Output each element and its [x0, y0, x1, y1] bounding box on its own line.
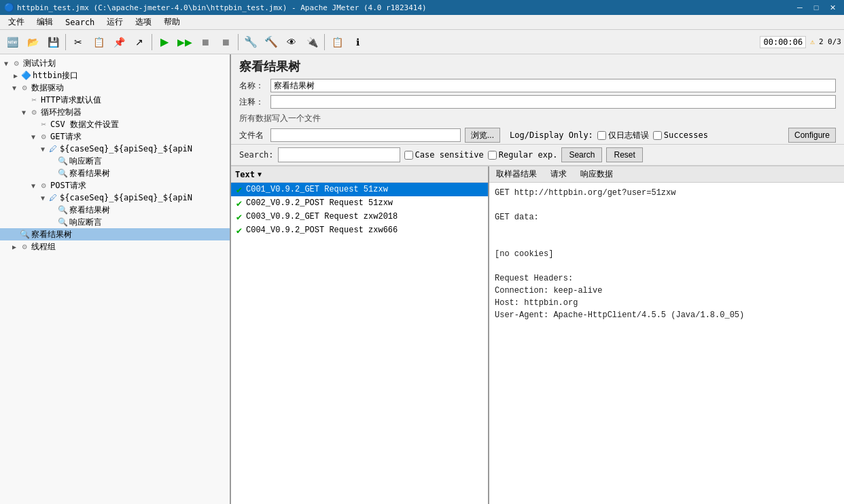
status-icon-4: ✔ — [234, 225, 245, 236]
stop-button[interactable]: ⏹ — [196, 33, 215, 52]
cut-button[interactable]: ✂ — [69, 33, 88, 52]
icon-threadgroup: ⚙ — [19, 241, 30, 252]
menu-bar: 文件 编辑 Search 运行 选项 帮助 — [0, 15, 844, 30]
regexp-text: Regular exp. — [499, 150, 558, 160]
label-caseseq1: ${caseSeq}_${apiSeq}_${apiN — [58, 144, 192, 154]
save-button[interactable]: 💾 — [43, 33, 63, 52]
expander-threadgroup[interactable]: ▶ — [10, 242, 19, 251]
minimize-button[interactable]: ─ — [792, 1, 807, 14]
case-sensitive-label[interactable]: Case sensitive — [404, 150, 484, 160]
tree-node-viewtree1[interactable]: ▶ 🔍 察看结果树 — [0, 167, 230, 179]
results-list-panel: Text ▼ ✔ C001_V0.9.2_GET Request 51zxw ✔… — [231, 166, 489, 504]
template-button[interactable]: 🔨 — [262, 33, 281, 52]
comment-label: 注释： — [239, 96, 266, 108]
tree-node-caseseq2[interactable]: ▼ 🖊 ${caseSeq}_${apiSeq}_${apiN — [0, 192, 230, 204]
tree-node-loop[interactable]: ▼ ⚙ 循环控制器 — [0, 106, 230, 118]
status-icon-1: ✔ — [234, 184, 245, 195]
open-button[interactable]: 📂 — [23, 33, 42, 52]
remote-stop-button[interactable]: 🔌 — [302, 33, 321, 52]
title-text: httpbin_test.jmx (C:\apache-jmeter-4.0\b… — [17, 3, 427, 12]
start-nopause-button[interactable]: ▶▶ — [175, 33, 194, 52]
maximize-button[interactable]: □ — [809, 1, 824, 14]
regexp-label[interactable]: Regular exp. — [488, 150, 558, 160]
expander-caseseq2[interactable]: ▼ — [38, 193, 48, 202]
tree-node-viewtreemain[interactable]: ▶ 🔍 察看结果树 — [0, 204, 230, 216]
successes-checkbox[interactable] — [653, 131, 662, 140]
browse-button[interactable]: 浏览... — [465, 128, 500, 143]
tree-node-httbin[interactable]: ▶ 🔷 httbin接口 — [0, 69, 230, 82]
new-button[interactable]: 🆕 — [3, 33, 22, 52]
search-label: Search: — [239, 150, 274, 160]
app-icon: 🔵 — [4, 3, 14, 12]
result-item-4[interactable]: ✔ C004_V0.9.2_POST Request zxw666 — [231, 223, 488, 237]
start-button[interactable]: ▶ — [155, 33, 174, 52]
regexp-checkbox[interactable] — [488, 151, 497, 160]
info-button[interactable]: ℹ — [348, 33, 367, 52]
tree-node-caseseq1[interactable]: ▼ 🖊 ${caseSeq}_${apiSeq}_${apiN — [0, 143, 230, 155]
error-only-checkbox[interactable] — [597, 131, 606, 140]
menu-search[interactable]: Search — [60, 16, 100, 29]
expander-getreq[interactable]: ▼ — [29, 132, 38, 141]
menu-options[interactable]: 选项 — [130, 16, 157, 29]
tree-node-threadgroup[interactable]: ▶ ⚙ 线程组 — [0, 240, 230, 253]
icon-loop: ⚙ — [29, 107, 39, 118]
result-label-4: C004_V0.9.2_POST Request zxw666 — [246, 226, 398, 235]
expander-datadriven[interactable]: ▼ — [10, 83, 19, 92]
remote-start-button[interactable]: 👁 — [282, 33, 301, 52]
expander-loop[interactable]: ▼ — [19, 107, 29, 117]
warning-count: 2 0/3 — [819, 37, 841, 46]
tree-node-getreq[interactable]: ▼ ⚙ GET请求 — [0, 130, 230, 143]
result-item-2[interactable]: ✔ C002_V0.9.2_POST Request 51zxw — [231, 196, 488, 210]
comment-input[interactable] — [270, 95, 836, 109]
result-label-2: C002_V0.9.2_POST Request 51zxw — [246, 198, 393, 208]
reset-button[interactable]: Reset — [606, 147, 642, 162]
name-label: 名称： — [239, 80, 266, 92]
result-label-3: C003_V0.9.2_GET Request zxw2018 — [246, 212, 398, 221]
tree-node-datadriven[interactable]: ▼ ⚙ 数据驱动 — [0, 82, 230, 94]
menu-run[interactable]: 运行 — [101, 16, 128, 29]
results-list-header: Text ▼ — [231, 166, 488, 183]
icon-assert1: 🔍 — [57, 156, 68, 166]
case-sensitive-checkbox[interactable] — [404, 151, 413, 160]
expander-httbin[interactable]: ▶ — [11, 71, 20, 80]
menu-file[interactable]: 文件 — [3, 16, 30, 29]
configure-button[interactable]: Configure — [788, 128, 836, 143]
tree-node-csv[interactable]: ▶ ✂ CSV 数据文件设置 — [0, 118, 230, 130]
file-input[interactable] — [270, 128, 461, 142]
shutdown-button[interactable]: ⏹ — [216, 33, 235, 52]
log-button[interactable]: 📋 — [328, 33, 347, 52]
copy-button[interactable]: 📋 — [89, 33, 108, 52]
tab-request[interactable]: 请求 — [546, 167, 571, 182]
search-button[interactable]: Search — [561, 147, 602, 162]
dropdown-arrow-icon[interactable]: ▼ — [258, 170, 262, 178]
log-display-label: Log/Display Only: — [510, 130, 593, 140]
result-item-1[interactable]: ✔ C001_V0.9.2_GET Request 51zxw — [231, 183, 488, 196]
tab-sampler-result[interactable]: 取样器结果 — [492, 167, 541, 182]
result-item-3[interactable]: ✔ C003_V0.9.2_GET Request zxw2018 — [231, 210, 488, 223]
tree-node-httpdefault[interactable]: ▶ ✂ HTTP请求默认值 — [0, 94, 230, 106]
tree-node-assert2[interactable]: ▶ 🔍 响应断言 — [0, 216, 230, 228]
icon-httpdefault: ✂ — [29, 94, 39, 105]
tree-node-postreq[interactable]: ▼ ⚙ POST请求 — [0, 179, 230, 192]
name-input[interactable] — [270, 79, 836, 92]
tree-node-assert1[interactable]: ▶ 🔍 响应断言 — [0, 155, 230, 167]
error-only-checkbox-label[interactable]: 仅日志错误 — [597, 130, 649, 141]
separator-2 — [152, 34, 152, 50]
menu-edit[interactable]: 编辑 — [31, 16, 58, 29]
menu-help[interactable]: 帮助 — [158, 16, 186, 29]
search-input[interactable] — [278, 147, 400, 162]
tools-button[interactable]: 🔧 — [241, 33, 260, 52]
expander-postreq[interactable]: ▼ — [29, 181, 38, 190]
successes-checkbox-label[interactable]: Successes — [653, 130, 708, 140]
expander-testplan[interactable]: ▼ — [1, 58, 11, 68]
tree-node-testplan[interactable]: ▼ ⚙ 测试计划 — [0, 57, 230, 69]
close-button[interactable]: ✕ — [825, 1, 840, 14]
expand-button[interactable]: ↗ — [130, 33, 149, 52]
search-row: Search: Case sensitive Regular exp. Sear… — [231, 144, 844, 166]
tree-node-viewtreeselected[interactable]: ▶ 🔍 察看结果树 — [0, 228, 230, 240]
expander-caseseq1[interactable]: ▼ — [38, 144, 48, 154]
paste-button[interactable]: 📌 — [109, 33, 128, 52]
tab-response-data[interactable]: 响应数据 — [576, 167, 617, 182]
icon-testplan: ⚙ — [11, 58, 22, 69]
case-sensitive-text: Case sensitive — [415, 150, 484, 160]
